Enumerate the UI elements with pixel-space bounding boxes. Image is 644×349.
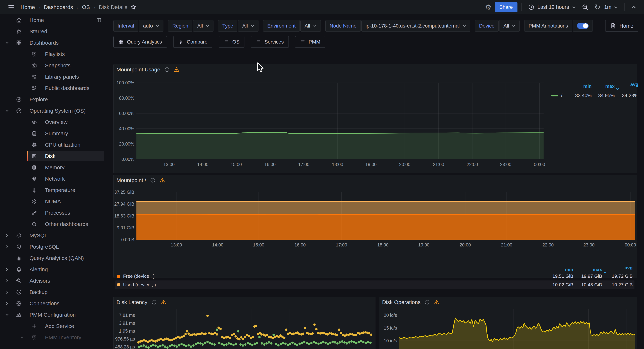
collapse-topbar-button[interactable]	[628, 0, 639, 14]
toggle-switch[interactable]	[577, 23, 588, 29]
dashboard-settings-button[interactable]: ⚙	[482, 0, 494, 14]
legend-header-min[interactable]: min	[568, 83, 592, 89]
series-name[interactable]: /	[561, 93, 562, 98]
share-button[interactable]: Share	[494, 2, 518, 12]
warning-icon[interactable]	[434, 299, 440, 305]
panel-mountpoint-root: Mountpoint / minmaxavgFree (device , )19…	[114, 175, 637, 278]
panel-title[interactable]: Mountpoint /	[116, 177, 146, 183]
sidebar-item-backup[interactable]: Backup	[0, 286, 108, 298]
sidebar-item-label: NUMA	[45, 198, 61, 205]
menu-toggle-button[interactable]	[5, 0, 17, 14]
panel-title[interactable]: Mountpoint Usage	[116, 66, 160, 73]
connections-rings-icon	[16, 301, 22, 307]
sidebar-item-operating-system-os[interactable]: Operating System (OS)	[0, 105, 108, 116]
sidebar-item-query-analytics-qan[interactable]: Query Analytics (QAN)	[0, 252, 108, 264]
series-name[interactable]: Used (device , )	[123, 282, 156, 288]
chevron-down-icon	[5, 41, 9, 45]
sidebar-item-explore[interactable]: Explore	[0, 94, 108, 105]
link-button-services[interactable]: Services	[251, 36, 288, 48]
link-button-os[interactable]: OS	[219, 36, 244, 48]
compass-icon	[16, 96, 22, 102]
sidebar-item-processes[interactable]: Processes	[0, 207, 108, 218]
legend-header-avg[interactable]: avg	[615, 82, 638, 91]
series-min-value: 33.40%	[568, 93, 592, 98]
sidebar-item-playlists[interactable]: Playlists	[0, 48, 108, 60]
button-label: OS	[232, 39, 240, 45]
sidebar-item-starred[interactable]: Starred	[0, 26, 108, 37]
sidebar-item-dashboards[interactable]: Dashboards	[0, 37, 108, 48]
sidebar-item-snapshots[interactable]: Snapshots	[0, 60, 108, 71]
sidebar-item-summary[interactable]: Summary	[0, 128, 108, 139]
sidebar-item-alerting[interactable]: Alerting	[0, 264, 108, 275]
sidebar-item-connections[interactable]: Connections	[0, 298, 108, 309]
sidebar-item-disk[interactable]: Disk	[0, 150, 108, 162]
panel-mountpoint-usage: Mountpoint Usage minmaxavg/33.40%34.95%3…	[114, 64, 637, 173]
breadcrumb-item[interactable]: Dashboards	[44, 4, 73, 10]
server-rack-icon	[31, 335, 37, 340]
link-button-pmm[interactable]: PMM	[295, 36, 325, 48]
series-avg-value: 34.23%	[615, 93, 638, 98]
sidebar-item-advisors[interactable]: Advisors	[0, 275, 108, 286]
panel-title[interactable]: Disk Operations	[382, 299, 420, 305]
favorite-star-button[interactable]	[128, 0, 139, 14]
sidebar-item-postgresql[interactable]: PostgreSQL	[0, 241, 108, 252]
variable-value-type[interactable]: All	[238, 20, 258, 32]
link-button-query-analytics[interactable]: Query Analytics	[114, 36, 167, 48]
sidebar-item-home[interactable]: Home	[0, 14, 108, 26]
variable-label-device: Device	[475, 20, 499, 32]
legend-header-min[interactable]: min	[544, 267, 573, 272]
warning-icon[interactable]	[160, 177, 165, 183]
warning-icon[interactable]	[161, 299, 166, 305]
breadcrumb-item[interactable]: Home	[20, 4, 35, 10]
variable-value-environment[interactable]: All	[300, 20, 321, 32]
breadcrumb-item[interactable]: OS	[82, 4, 90, 10]
info-icon[interactable]	[151, 300, 157, 305]
legend-header-avg[interactable]: avg	[602, 265, 633, 274]
info-icon[interactable]	[424, 300, 430, 305]
selected-indicator-bar	[27, 151, 28, 161]
link-button-compare[interactable]: Compare	[173, 36, 212, 48]
sidebar-item-overview[interactable]: Overview	[0, 116, 108, 128]
sidebar-item-pmm-inventory[interactable]: PMM Inventory	[0, 332, 108, 343]
sidebar-item-library-panels[interactable]: Library panels	[0, 71, 108, 82]
sidebar-item-label: Summary	[45, 130, 68, 137]
panel-title[interactable]: Disk Latency	[116, 299, 148, 305]
info-icon[interactable]	[150, 178, 156, 183]
sidebar-item-cpu-utilization[interactable]: CPU utilization	[0, 139, 108, 150]
template-variables-row: IntervalautoRegionAllTypeAllEnvironmentA…	[114, 20, 598, 32]
sidebar-item-memory[interactable]: Memory	[0, 162, 108, 173]
variable-value-node-name[interactable]: ip-10-178-1-40.us-east-2.compute.interna…	[362, 20, 470, 32]
time-range-picker[interactable]: Last 12 hours	[526, 0, 578, 14]
sidebar-item-network[interactable]: Network	[0, 173, 108, 184]
sidebar-item-other-dashboards[interactable]: Other dashboards	[0, 218, 108, 230]
legend-header-max[interactable]: max	[592, 83, 615, 89]
thermometer-icon	[31, 187, 37, 193]
sidebar-item-mysql[interactable]: MySQL	[0, 230, 108, 241]
list-icon	[224, 39, 229, 45]
cpu-icon	[31, 142, 37, 148]
sidebar-item-temperature[interactable]: Temperature	[0, 184, 108, 196]
refresh-icon: ↻	[594, 3, 600, 11]
button-label: Query Analytics	[127, 39, 162, 45]
sidebar-item-pmm-configuration[interactable]: PMM Configuration	[0, 309, 108, 321]
refresh-button[interactable]: ↻	[592, 0, 603, 14]
series-name[interactable]: Free (device , )	[123, 274, 154, 279]
list-icon	[256, 39, 261, 45]
info-icon[interactable]	[164, 67, 170, 72]
variable-value-device[interactable]: All	[499, 20, 520, 32]
sidebar-item-numa[interactable]: NUMA	[0, 196, 108, 207]
refresh-interval-dropdown[interactable]: 1m	[604, 0, 620, 14]
chevron-right-icon	[5, 290, 9, 294]
warning-icon[interactable]	[174, 67, 180, 72]
dock-sidebar-button[interactable]	[96, 17, 102, 23]
pmm-annotations-toggle[interactable]	[573, 20, 593, 32]
zoom-out-button[interactable]	[579, 0, 591, 14]
home-dashboard-button[interactable]: Home	[605, 20, 638, 32]
legend-header-max[interactable]: max	[573, 267, 602, 272]
sidebar-navigation: HomeStarredDashboardsPlaylistsSnapshotsL…	[0, 14, 108, 349]
sidebar-item-public-dashboards[interactable]: Public dashboards	[0, 82, 108, 94]
breadcrumb-item[interactable]: Disk Details	[99, 4, 127, 10]
variable-value-interval[interactable]: auto	[139, 20, 164, 32]
variable-value-region[interactable]: All	[193, 20, 214, 32]
sidebar-item-add-service[interactable]: Add Service	[0, 321, 108, 332]
